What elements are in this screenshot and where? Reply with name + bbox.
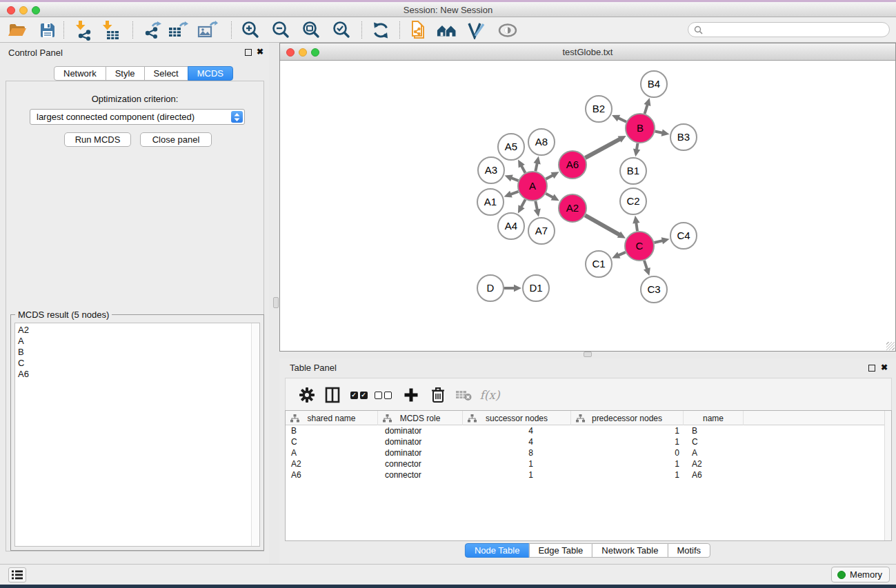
delete-column-icon[interactable] — [428, 385, 448, 405]
edge-B-B4[interactable] — [645, 104, 648, 114]
toolbar-separator — [361, 21, 362, 39]
window-resize-grip[interactable] — [886, 342, 895, 350]
save-session-icon[interactable] — [37, 20, 58, 41]
graph-node-A7[interactable]: A7 — [528, 218, 555, 244]
edge-C-C2[interactable] — [636, 222, 637, 231]
home-icon[interactable] — [437, 20, 457, 41]
graph-node-C[interactable]: C — [625, 232, 654, 261]
graph-node-B2[interactable]: B2 — [586, 96, 612, 122]
graph-node-A3[interactable]: A3 — [478, 157, 504, 183]
column-header-predecessor-nodes[interactable]: predecessor nodes — [571, 411, 684, 425]
table-row[interactable]: Cdominator41C — [286, 436, 891, 447]
svg-text:A6: A6 — [566, 159, 579, 170]
zoom-selected-icon[interactable] — [331, 20, 352, 41]
graph-node-B4[interactable]: B4 — [641, 71, 667, 97]
mcds-result-item[interactable]: A2 — [18, 325, 259, 336]
mcds-result-item[interactable]: B — [18, 347, 259, 358]
graph-node-A5[interactable]: A5 — [498, 134, 524, 160]
edge-C-C3[interactable] — [644, 261, 648, 270]
window-title: Session: New Session — [0, 5, 896, 15]
table-scrollbar[interactable] — [884, 411, 891, 540]
export-table-icon[interactable] — [168, 20, 188, 41]
table-row[interactable]: Bdominator41B — [286, 425, 891, 436]
edge-A2-C[interactable] — [585, 215, 620, 235]
mcds-result-item[interactable]: C — [18, 358, 259, 369]
vizmapper-icon[interactable] — [466, 20, 486, 41]
export-image-icon[interactable] — [197, 20, 218, 41]
edge-A6-B[interactable] — [585, 139, 620, 158]
deselect-all-checkboxes-icon[interactable] — [372, 385, 393, 405]
export-network-icon[interactable] — [142, 20, 163, 41]
result-list-scrollbar[interactable] — [251, 323, 259, 546]
graph-node-A4[interactable]: A4 — [498, 213, 524, 239]
float-panel-icon[interactable] — [245, 49, 252, 56]
new-session-icon[interactable] — [408, 20, 428, 41]
graph-node-A[interactable]: A — [518, 172, 547, 201]
graph-node-D1[interactable]: D1 — [523, 275, 549, 301]
edge-B-B2[interactable] — [617, 118, 626, 122]
column-header-name[interactable]: name — [684, 411, 744, 425]
zoom-in-icon[interactable] — [240, 20, 261, 41]
select-all-checkboxes-icon[interactable]: ✓✓ — [348, 385, 369, 405]
mcds-result-item[interactable]: A — [18, 336, 259, 347]
edge-C-C4[interactable] — [654, 241, 663, 243]
task-history-button[interactable] — [8, 567, 26, 582]
tab-edge-table[interactable]: Edge Table — [528, 543, 593, 558]
open-session-icon[interactable] — [7, 20, 28, 41]
search-input[interactable] — [706, 25, 889, 34]
table-panel: Table Panel ✖ — [279, 358, 896, 564]
graph-node-B1[interactable]: B1 — [620, 158, 646, 184]
column-header-successor-nodes[interactable]: successor nodes — [463, 411, 571, 425]
import-network-icon[interactable] — [73, 20, 94, 41]
tab-select[interactable]: Select — [144, 66, 188, 81]
run-mcds-button[interactable]: Run MCDS — [64, 132, 131, 147]
graph-node-C4[interactable]: C4 — [670, 223, 697, 249]
close-panel-icon[interactable]: ✖ — [257, 47, 263, 57]
table-row[interactable]: Adominator80A — [286, 447, 891, 458]
horizontal-splitter-grip[interactable] — [584, 352, 592, 357]
edge-A-A4[interactable] — [521, 199, 525, 207]
table-settings-icon[interactable] — [297, 385, 317, 405]
float-table-panel-icon[interactable] — [868, 365, 875, 372]
table-row[interactable]: A6connector11A6 — [286, 469, 891, 480]
close-panel-button[interactable]: Close panel — [140, 132, 212, 147]
column-header-shared-name[interactable]: shared name — [286, 411, 378, 425]
import-table-icon[interactable] — [100, 20, 121, 41]
graph-node-B[interactable]: B — [626, 114, 655, 143]
graph-node-C1[interactable]: C1 — [586, 251, 612, 277]
show-columns-icon[interactable] — [322, 385, 343, 405]
control-panel-header: Control Panel ✖ — [0, 43, 269, 62]
network-canvas[interactable]: AA1A2A3A4A5A6A7A8BB1B2B3B4CC1C2C3C4DD1 — [280, 61, 895, 351]
mcds-result-list[interactable]: A2ABCA6 — [14, 323, 260, 547]
graph-node-A2[interactable]: A2 — [559, 194, 586, 222]
graph-node-A6[interactable]: A6 — [559, 151, 586, 179]
tab-mcds[interactable]: MCDS — [188, 66, 233, 81]
edge-A-A7[interactable] — [535, 201, 537, 211]
show-hide-panels-icon[interactable] — [497, 20, 518, 41]
graph-node-C3[interactable]: C3 — [641, 276, 667, 303]
graph-node-B3[interactable]: B3 — [670, 124, 697, 150]
optimization-criterion-select[interactable]: largest connected component (directed) — [30, 109, 245, 125]
svg-text:A8: A8 — [535, 136, 548, 148]
graph-node-A1[interactable]: A1 — [477, 189, 504, 215]
vertical-splitter-grip[interactable] — [273, 297, 279, 308]
graph-node-C2[interactable]: C2 — [620, 188, 646, 214]
graph-node-A8[interactable]: A8 — [528, 129, 555, 155]
tab-network[interactable]: Network — [54, 66, 106, 81]
add-column-icon[interactable] — [401, 385, 421, 405]
graph-node-D[interactable]: D — [477, 275, 504, 301]
close-table-panel-icon[interactable]: ✖ — [881, 363, 888, 372]
search-field[interactable] — [688, 22, 890, 37]
memory-button[interactable]: Memory — [831, 567, 890, 582]
mcds-result-item[interactable]: A6 — [18, 369, 259, 380]
zoom-out-icon[interactable] — [270, 20, 291, 41]
table-row[interactable]: A2connector11A2 — [286, 458, 891, 469]
tab-style[interactable]: Style — [106, 66, 145, 81]
tab-node-table[interactable]: Node Table — [465, 543, 530, 558]
tab-motifs[interactable]: Motifs — [667, 543, 710, 558]
refresh-icon[interactable] — [370, 20, 391, 41]
column-header-mcds-role[interactable]: MCDS role — [378, 411, 463, 425]
node-table[interactable]: shared nameMCDS rolesuccessor nodesprede… — [285, 410, 892, 541]
tab-network-table[interactable]: Network Table — [592, 543, 668, 558]
zoom-fit-icon[interactable] — [301, 20, 321, 41]
